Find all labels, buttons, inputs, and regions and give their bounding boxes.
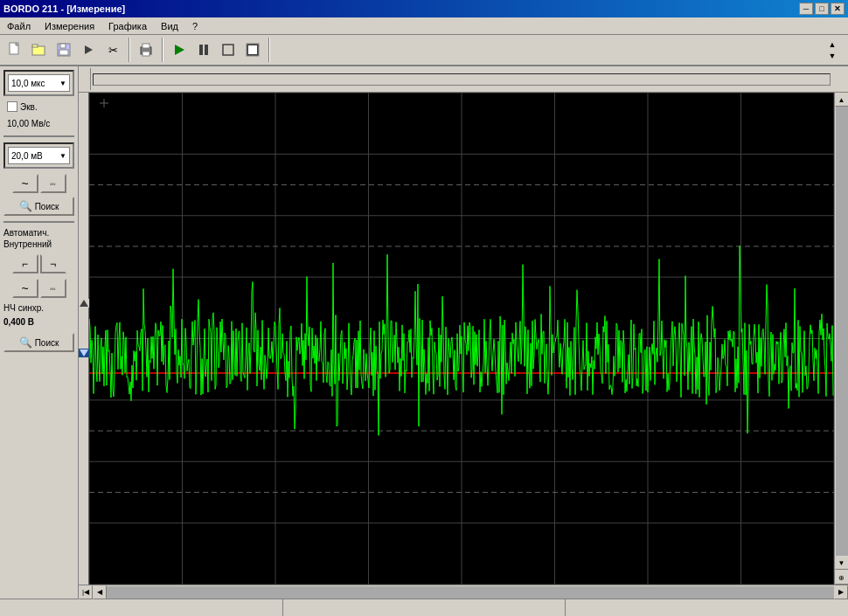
status-bar [0,599,848,616]
scroll-up-toolbar[interactable]: ▲ [824,38,841,50]
scroll-down-toolbar[interactable]: ▼ [824,50,841,61]
time-div-group: 10,0 мкс ▼ [3,70,74,96]
equiv-label: Экв. [20,102,38,112]
status-section-2 [283,599,566,616]
horizontal-scrollbar: |◀ ◀ ▶ [79,585,848,599]
coupling-ac-button[interactable]: ~ [12,174,38,193]
search-button-2[interactable]: 🔍 Поиск [3,333,74,352]
scope-top-bar [79,66,848,93]
title-text: BORDO 211 - [Измерение] [3,3,125,14]
scope-left-ruler [79,93,89,585]
ruler-up-arrow[interactable] [79,299,89,308]
svg-marker-7 [85,45,93,54]
time-div-value: 10,0 мкс [11,79,45,88]
scroll-left-start[interactable]: |◀ [79,585,93,599]
svg-marker-17 [80,300,88,307]
scroll-track-horizontal[interactable] [107,586,834,599]
time-div-dropdown[interactable]: 10,0 мкс ▼ [8,74,70,92]
trig-dc-button[interactable]: ⎓ [40,279,66,298]
svg-rect-5 [60,44,66,48]
status-section-1 [0,599,283,616]
left-panel: 10,0 мкс ▼ Экв. 10,00 Мв/с 20,0 мВ ▼ ~ [0,66,79,599]
minimize-button[interactable]: ─ [799,3,813,15]
menu-view[interactable]: Вид [157,20,182,32]
scroll-up-button[interactable]: ▲ [835,93,849,107]
trig-rise-button[interactable]: ⌐ [12,254,38,273]
close-button[interactable]: ✕ [831,3,845,15]
equiv-checkbox-row: Экв. [7,101,71,112]
scope-canvas [89,93,834,585]
svg-marker-11 [175,45,184,55]
cut-button[interactable]: ✂ [101,38,124,61]
scroll-extra[interactable]: ⊕ [835,571,849,585]
trigger-section: Автоматич. Внутренний [3,228,74,249]
search-label-2: Поиск [35,338,59,348]
scroll-right-button[interactable]: ▶ [834,585,848,599]
svg-rect-14 [223,45,233,55]
toolbar-separator2 [162,38,163,62]
scope-area: ▲ ▼ ⊕ |◀ ◀ ▶ [79,66,848,599]
equiv-row: Экв. [3,100,74,114]
toolbar: ✂ ▲ ▼ [0,35,848,66]
svg-rect-3 [32,45,38,47]
scope-wrapper: ▲ ▼ ⊕ [79,93,848,585]
trig-slope-row: ⌐ ⌐ [3,254,74,273]
menu-graph[interactable]: Графика [105,20,150,32]
play-button[interactable] [168,38,191,61]
chevron-down-icon2: ▼ [59,152,66,160]
hf-sync-label: НЧ синхр. [3,303,74,313]
trig-level: 0,400 В [3,317,74,327]
svg-rect-12 [199,45,203,55]
fwd-button[interactable] [77,38,100,61]
svg-rect-16 [248,45,257,54]
time-scroll-bar[interactable] [93,73,831,86]
svg-rect-13 [205,45,208,55]
record-button[interactable] [241,38,264,61]
volt-div-dropdown[interactable]: 20,0 мВ ▼ [8,147,70,164]
coupling-dc-button[interactable]: ⎓ [40,174,66,193]
open-button[interactable] [28,38,51,61]
equiv-checkbox[interactable] [7,101,17,112]
coupling-row: ~ ⎓ [3,174,74,193]
volt-div-value: 20,0 мВ [11,151,43,161]
svg-marker-18 [80,350,88,356]
new-button[interactable] [3,38,26,61]
auto-label: Автоматич. [3,228,74,238]
pause-button[interactable] [192,38,215,61]
svg-rect-9 [142,44,149,48]
menu-help[interactable]: ? [189,20,201,32]
svg-rect-10 [142,52,149,56]
title-bar: BORDO 211 - [Измерение] ─ □ ✕ [0,0,848,17]
chevron-down-icon: ▼ [59,80,66,87]
status-section-3 [566,599,848,616]
step-button[interactable] [217,38,240,61]
title-controls: ─ □ ✕ [799,3,845,15]
trig-ac-button[interactable]: ~ [12,279,38,298]
print-button[interactable] [135,38,157,61]
ruler-down-arrow[interactable] [79,349,89,357]
scroll-track-vertical[interactable] [836,107,848,556]
main-area: 10,0 мкс ▼ Экв. 10,00 Мв/с 20,0 мВ ▼ ~ [0,66,848,599]
search-button-1[interactable]: 🔍 Поиск [3,197,74,216]
oscilloscope-display[interactable] [89,93,834,585]
search-label-1: Поиск [35,202,59,211]
scroll-left-button[interactable]: ◀ [93,585,107,599]
toolbar-separator3 [268,38,270,62]
maximize-button[interactable]: □ [815,3,829,15]
trig-fall-button[interactable]: ⌐ [40,254,66,273]
menu-measurements[interactable]: Измерения [41,20,98,32]
save-button[interactable] [52,38,75,61]
scroll-down-button[interactable]: ▼ [835,556,849,570]
toolbar-separator [129,38,130,62]
internal-label: Внутренний [3,239,74,249]
menu-bar: Файл Измерения Графика Вид ? [0,17,848,35]
vertical-scrollbar: ▲ ▼ ⊕ [834,93,848,585]
top-bar-left [80,68,91,90]
volt-div-group: 20,0 мВ ▼ [3,142,74,169]
sample-rate: 10,00 Мв/с [3,117,74,130]
menu-file[interactable]: Файл [3,20,34,32]
trig-coupling-row: ~ ⎓ [3,279,74,298]
svg-rect-6 [59,50,68,55]
